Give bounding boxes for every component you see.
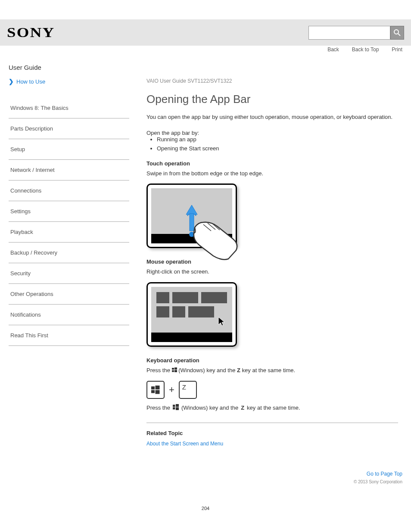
back-link[interactable]: Back [327, 47, 339, 53]
header-bar: SONY [0, 19, 411, 46]
sidebar-item[interactable]: Other Operations [10, 291, 128, 297]
touch-method-title: Touch operation [146, 160, 398, 167]
svg-rect-8 [174, 370, 177, 372]
page-number: 204 [0, 506, 411, 520]
sidebar-item[interactable]: Backup / Recovery [10, 249, 128, 256]
plus-icon: + [169, 384, 174, 395]
main-content: VAIO User Guide SVT1122/SVT1322 Opening … [146, 78, 402, 449]
windows-icon [151, 386, 160, 394]
go-to-top-link[interactable]: Go to Page Top [367, 471, 402, 477]
howto-label: How to Use [16, 78, 45, 85]
intro-text: You can open the app bar by using either… [146, 113, 398, 122]
sidebar-item[interactable]: Network / Internet [10, 167, 128, 173]
print-link[interactable]: Print [392, 47, 402, 53]
sidebar-item[interactable]: Windows 8: The Basics [10, 105, 128, 111]
keyboard-method-title: Keyboard operation [146, 357, 398, 364]
list-item: Opening the Start screen [157, 145, 398, 152]
svg-rect-11 [151, 390, 155, 393]
touch-illustration [146, 184, 250, 248]
svg-rect-9 [151, 386, 155, 389]
product-name: VAIO User Guide SVT1122/SVT1322 [146, 78, 398, 84]
swipe-up-icon [181, 201, 246, 261]
related-title: Related Topic [146, 430, 398, 436]
related-link[interactable]: About the Start Screen and Menu [146, 441, 398, 447]
top-links: Back Back to Top Print [0, 46, 411, 60]
copyright: © 2013 Sony Corporation [0, 479, 411, 493]
svg-rect-14 [176, 404, 179, 407]
sidebar: ❯ How to Use Windows 8: The Basics Parts… [9, 78, 129, 449]
windows-icon [172, 367, 177, 373]
svg-rect-13 [173, 405, 175, 407]
mouse-method-desc: Right-click on the screen. [146, 268, 398, 276]
key-note: Press the (Windows) key and the Z key at… [146, 404, 398, 411]
svg-rect-6 [174, 367, 177, 370]
search-button[interactable] [390, 26, 404, 40]
keyboard-combo-illustration: + Z [146, 381, 398, 399]
back-to-top-link[interactable]: Back to Top [352, 47, 379, 53]
page-title: Opening the App Bar [146, 93, 398, 106]
windows-icon [173, 404, 179, 410]
sidebar-item[interactable]: Parts Description [10, 125, 128, 132]
chevron-right-icon: ❯ [9, 78, 14, 85]
sidebar-item[interactable]: Playback [10, 229, 128, 235]
search-icon [393, 29, 401, 37]
nav-list: Windows 8: The Basics Parts Description … [9, 98, 129, 346]
mouse-illustration [146, 282, 398, 347]
howto-link[interactable]: ❯ How to Use [9, 78, 129, 85]
related-section: Related Topic About the Start Screen and… [146, 423, 398, 447]
svg-rect-15 [173, 408, 175, 410]
svg-rect-5 [172, 368, 174, 370]
list-item: Running an app [157, 136, 398, 143]
svg-point-0 [394, 30, 399, 34]
footer-links: Go to Page Top [0, 449, 411, 479]
svg-rect-16 [176, 408, 179, 411]
search-input[interactable] [308, 26, 390, 40]
z-key: Z [179, 381, 197, 399]
sony-logo: SONY [7, 25, 55, 40]
sidebar-item[interactable]: Setup [10, 146, 128, 152]
svg-rect-7 [172, 370, 174, 372]
sidebar-item[interactable]: Connections [10, 187, 128, 194]
open-list: Running an app Opening the Start screen [146, 136, 398, 152]
svg-marker-2 [186, 205, 197, 215]
svg-rect-3 [190, 214, 194, 231]
sidebar-item[interactable]: Notifications [10, 311, 128, 318]
windows-key [146, 381, 165, 399]
open-by-label: Open the app bar by: [146, 130, 398, 136]
sidebar-item[interactable]: Settings [10, 208, 128, 215]
sidebar-item[interactable]: Read This First [10, 332, 128, 339]
keyboard-method-desc: Press the (Windows) key and the Z key at… [146, 366, 398, 375]
touch-method-desc: Swipe in from the bottom edge or the top… [146, 169, 398, 178]
svg-line-1 [398, 34, 400, 36]
svg-rect-12 [156, 390, 160, 394]
cursor-icon [218, 316, 226, 327]
search-container [308, 26, 404, 40]
user-guide-label: User Guide [0, 60, 411, 74]
svg-rect-10 [156, 386, 160, 389]
sidebar-item[interactable]: Security [10, 270, 128, 277]
